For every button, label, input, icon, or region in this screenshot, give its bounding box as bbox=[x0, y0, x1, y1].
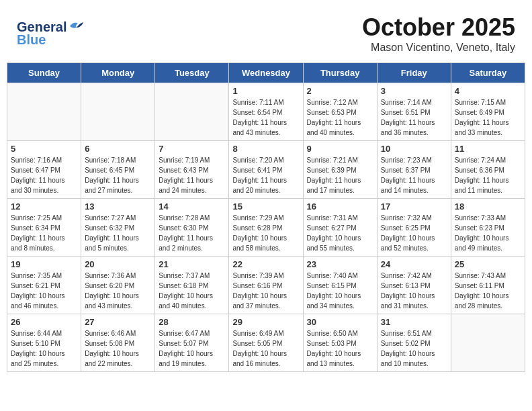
day-number: 16 bbox=[307, 201, 373, 212]
day-info: Sunrise: 6:46 AM Sunset: 5:08 PM Dayligh… bbox=[85, 328, 151, 369]
day-number: 28 bbox=[159, 317, 225, 327]
day-info: Sunrise: 6:47 AM Sunset: 5:07 PM Dayligh… bbox=[159, 328, 225, 369]
day-info: Sunrise: 7:24 AM Sunset: 6:36 PM Dayligh… bbox=[455, 155, 521, 195]
calendar-cell bbox=[451, 314, 525, 372]
calendar-cell: 1Sunrise: 7:11 AM Sunset: 6:54 PM Daylig… bbox=[229, 83, 303, 141]
day-number: 24 bbox=[381, 259, 447, 269]
day-info: Sunrise: 6:44 AM Sunset: 5:10 PM Dayligh… bbox=[11, 328, 77, 369]
calendar-cell: 7Sunrise: 7:19 AM Sunset: 6:43 PM Daylig… bbox=[155, 141, 229, 199]
location-text: Mason Vicentino, Veneto, Italy bbox=[362, 42, 515, 54]
day-info: Sunrise: 7:35 AM Sunset: 6:21 PM Dayligh… bbox=[11, 271, 77, 311]
calendar-cell: 13Sunrise: 7:27 AM Sunset: 6:32 PM Dayli… bbox=[81, 199, 155, 257]
day-number: 9 bbox=[307, 144, 373, 154]
calendar-cell: 18Sunrise: 7:33 AM Sunset: 6:23 PM Dayli… bbox=[451, 199, 525, 257]
day-info: Sunrise: 7:39 AM Sunset: 6:16 PM Dayligh… bbox=[232, 271, 299, 311]
day-info: Sunrise: 7:31 AM Sunset: 6:27 PM Dayligh… bbox=[307, 213, 373, 253]
weekday-header-wednesday: Wednesday bbox=[229, 63, 303, 83]
calendar-week-2: 5Sunrise: 7:16 AM Sunset: 6:47 PM Daylig… bbox=[7, 141, 525, 199]
calendar-cell: 15Sunrise: 7:29 AM Sunset: 6:28 PM Dayli… bbox=[229, 199, 303, 257]
calendar-cell: 22Sunrise: 7:39 AM Sunset: 6:16 PM Dayli… bbox=[229, 257, 303, 314]
weekday-header-sunday: Sunday bbox=[7, 63, 81, 83]
day-number: 8 bbox=[232, 144, 299, 154]
calendar-table: SundayMondayTuesdayWednesdayThursdayFrid… bbox=[7, 62, 525, 372]
day-number: 26 bbox=[11, 317, 77, 327]
calendar-cell: 19Sunrise: 7:35 AM Sunset: 6:21 PM Dayli… bbox=[7, 257, 81, 314]
calendar-cell: 4Sunrise: 7:15 AM Sunset: 6:49 PM Daylig… bbox=[451, 83, 525, 141]
calendar-week-3: 12Sunrise: 7:25 AM Sunset: 6:34 PM Dayli… bbox=[7, 199, 525, 257]
logo-blue-text: Blue bbox=[17, 32, 46, 48]
calendar-cell: 23Sunrise: 7:40 AM Sunset: 6:15 PM Dayli… bbox=[303, 257, 377, 314]
calendar-cell bbox=[155, 83, 229, 141]
day-info: Sunrise: 7:32 AM Sunset: 6:25 PM Dayligh… bbox=[381, 213, 447, 253]
day-number: 29 bbox=[232, 317, 299, 327]
page-header: General Blue October 2025 Mason Vicentin… bbox=[7, 7, 525, 57]
day-number: 2 bbox=[307, 86, 373, 96]
day-info: Sunrise: 7:23 AM Sunset: 6:37 PM Dayligh… bbox=[381, 155, 447, 195]
day-info: Sunrise: 7:29 AM Sunset: 6:28 PM Dayligh… bbox=[232, 213, 299, 253]
day-number: 6 bbox=[85, 144, 151, 154]
day-number: 3 bbox=[381, 86, 447, 96]
calendar-cell: 5Sunrise: 7:16 AM Sunset: 6:47 PM Daylig… bbox=[7, 141, 81, 199]
calendar-cell: 17Sunrise: 7:32 AM Sunset: 6:25 PM Dayli… bbox=[377, 199, 451, 257]
day-number: 1 bbox=[232, 86, 299, 96]
day-number: 5 bbox=[11, 144, 77, 154]
day-number: 7 bbox=[159, 144, 225, 154]
logo: General Blue bbox=[17, 19, 85, 48]
day-info: Sunrise: 7:27 AM Sunset: 6:32 PM Dayligh… bbox=[85, 213, 151, 253]
day-number: 25 bbox=[455, 259, 521, 269]
day-number: 27 bbox=[85, 317, 151, 327]
day-number: 12 bbox=[11, 201, 77, 212]
calendar-cell: 30Sunrise: 6:50 AM Sunset: 5:03 PM Dayli… bbox=[303, 314, 377, 372]
day-number: 11 bbox=[455, 144, 521, 154]
day-info: Sunrise: 7:19 AM Sunset: 6:43 PM Dayligh… bbox=[159, 155, 225, 195]
day-info: Sunrise: 6:50 AM Sunset: 5:03 PM Dayligh… bbox=[307, 328, 373, 369]
day-number: 30 bbox=[307, 317, 373, 327]
day-info: Sunrise: 7:28 AM Sunset: 6:30 PM Dayligh… bbox=[159, 213, 225, 253]
calendar-cell: 25Sunrise: 7:43 AM Sunset: 6:11 PM Dayli… bbox=[451, 257, 525, 314]
day-number: 23 bbox=[307, 259, 373, 269]
calendar-cell: 16Sunrise: 7:31 AM Sunset: 6:27 PM Dayli… bbox=[303, 199, 377, 257]
month-title: October 2025 bbox=[362, 13, 515, 42]
day-number: 22 bbox=[232, 259, 299, 269]
logo-bird-icon bbox=[69, 19, 85, 33]
day-info: Sunrise: 7:25 AM Sunset: 6:34 PM Dayligh… bbox=[11, 213, 77, 253]
calendar-cell: 31Sunrise: 6:51 AM Sunset: 5:02 PM Dayli… bbox=[377, 314, 451, 372]
calendar-cell: 28Sunrise: 6:47 AM Sunset: 5:07 PM Dayli… bbox=[155, 314, 229, 372]
calendar-week-1: 1Sunrise: 7:11 AM Sunset: 6:54 PM Daylig… bbox=[7, 83, 525, 141]
weekday-header-thursday: Thursday bbox=[303, 63, 377, 83]
calendar-cell: 12Sunrise: 7:25 AM Sunset: 6:34 PM Dayli… bbox=[7, 199, 81, 257]
day-info: Sunrise: 7:14 AM Sunset: 6:51 PM Dayligh… bbox=[381, 97, 447, 138]
title-section: October 2025 Mason Vicentino, Veneto, It… bbox=[362, 13, 515, 54]
day-info: Sunrise: 7:16 AM Sunset: 6:47 PM Dayligh… bbox=[11, 155, 77, 195]
calendar-cell: 2Sunrise: 7:12 AM Sunset: 6:53 PM Daylig… bbox=[303, 83, 377, 141]
day-number: 31 bbox=[381, 317, 447, 327]
weekday-header-saturday: Saturday bbox=[451, 63, 525, 83]
day-info: Sunrise: 7:20 AM Sunset: 6:41 PM Dayligh… bbox=[232, 155, 299, 195]
calendar-cell: 10Sunrise: 7:23 AM Sunset: 6:37 PM Dayli… bbox=[377, 141, 451, 199]
calendar-cell: 8Sunrise: 7:20 AM Sunset: 6:41 PM Daylig… bbox=[229, 141, 303, 199]
day-info: Sunrise: 7:15 AM Sunset: 6:49 PM Dayligh… bbox=[455, 97, 521, 138]
calendar-week-4: 19Sunrise: 7:35 AM Sunset: 6:21 PM Dayli… bbox=[7, 257, 525, 314]
calendar-cell: 29Sunrise: 6:49 AM Sunset: 5:05 PM Dayli… bbox=[229, 314, 303, 372]
day-number: 13 bbox=[85, 201, 151, 212]
day-info: Sunrise: 7:12 AM Sunset: 6:53 PM Dayligh… bbox=[307, 97, 373, 138]
day-number: 10 bbox=[381, 144, 447, 154]
calendar-cell: 9Sunrise: 7:21 AM Sunset: 6:39 PM Daylig… bbox=[303, 141, 377, 199]
day-number: 15 bbox=[232, 201, 299, 212]
calendar-week-5: 26Sunrise: 6:44 AM Sunset: 5:10 PM Dayli… bbox=[7, 314, 525, 372]
day-info: Sunrise: 7:37 AM Sunset: 6:18 PM Dayligh… bbox=[159, 271, 225, 311]
calendar-cell: 20Sunrise: 7:36 AM Sunset: 6:20 PM Dayli… bbox=[81, 257, 155, 314]
day-info: Sunrise: 7:11 AM Sunset: 6:54 PM Dayligh… bbox=[232, 97, 299, 138]
calendar-cell bbox=[81, 83, 155, 141]
calendar-cell: 11Sunrise: 7:24 AM Sunset: 6:36 PM Dayli… bbox=[451, 141, 525, 199]
day-number: 18 bbox=[455, 201, 521, 212]
weekday-header-tuesday: Tuesday bbox=[155, 63, 229, 83]
day-number: 4 bbox=[455, 86, 521, 96]
calendar-cell: 26Sunrise: 6:44 AM Sunset: 5:10 PM Dayli… bbox=[7, 314, 81, 372]
calendar-cell: 21Sunrise: 7:37 AM Sunset: 6:18 PM Dayli… bbox=[155, 257, 229, 314]
calendar-cell: 6Sunrise: 7:18 AM Sunset: 6:45 PM Daylig… bbox=[81, 141, 155, 199]
weekday-header-monday: Monday bbox=[81, 63, 155, 83]
day-info: Sunrise: 7:18 AM Sunset: 6:45 PM Dayligh… bbox=[85, 155, 151, 195]
day-number: 21 bbox=[159, 259, 225, 269]
day-number: 17 bbox=[381, 201, 447, 212]
